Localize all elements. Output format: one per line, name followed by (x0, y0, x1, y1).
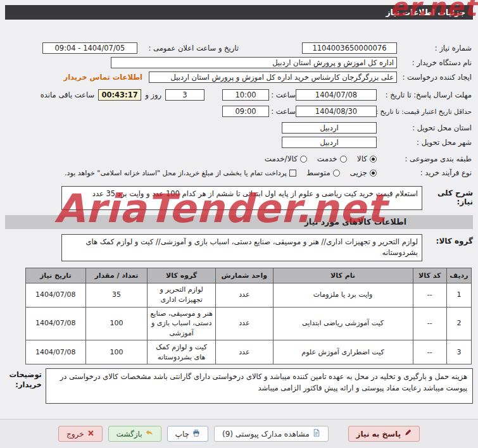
footer-toolbar: پاسخ به نیاز مشاهده مدارک پیوستی (9) چاپ… (0, 419, 478, 448)
respond-to-need-button[interactable]: پاسخ به نیاز (348, 426, 420, 442)
radio-medium-icon[interactable] (333, 170, 340, 177)
header-row-number: ردیف (446, 268, 471, 283)
cell-item-code: -- (413, 283, 446, 307)
row-subject-classification: طبقه بندی موضوعی : کالا خدمت کالا/خدمت (6, 154, 472, 163)
cell-unit: عدد (216, 283, 273, 307)
countdown-suffix: ساعت باقی مانده (37, 90, 98, 99)
header-quantity: تعداد / مقدار (85, 268, 148, 283)
exit-button-label: خروج (66, 430, 84, 439)
subject-classification-label: طبقه بندی موضوعی : (377, 154, 472, 163)
radio-minor-icon[interactable] (370, 170, 377, 177)
radio-goods-icon[interactable] (370, 156, 377, 163)
document-icon (313, 429, 320, 439)
cell-row-number: 1 (446, 283, 471, 307)
cell-item-group: هنر و موسیقی، صنایع دستی، اسباب بازی و آ… (148, 307, 216, 340)
header-need-date: تاریخ نیاز (26, 268, 86, 283)
buyer-notes-block: هزینه حمل و بارگیری و تخلیه در محل به عه… (5, 368, 473, 404)
goods-group-block: گروه کالا: لوازم التحریر و تجهیزات اداری… (5, 234, 473, 261)
remaining-days-value: 3 (165, 89, 204, 101)
row-response-deadline: مهلت ارسال پاسخ: تا تاریخ : 1404/07/08 س… (6, 89, 472, 101)
treasury-note: پرداخت تمام یا بخشی از مبلغ خرید،از محل … (65, 169, 287, 177)
buyer-contact-link[interactable]: اطلاعات تماس خریدار (64, 73, 142, 82)
cell-need-date: 1404/07/08 (26, 283, 86, 307)
cell-need-date: 1404/07/08 (26, 307, 86, 340)
cell-quantity: 100 (85, 307, 148, 340)
row-request-creator: ایجاد کننده درخواست : علی بزرگرگرجان کار… (6, 72, 472, 83)
cell-quantity: 35 (85, 283, 148, 307)
header-item-code: کد کالا (413, 268, 446, 283)
print-button[interactable]: چاپ (167, 426, 208, 442)
cell-item-name: کیت آموزشی ریاضی ابتدایی (273, 307, 413, 340)
row-delivery-province: استان محل تحویل : اردبیل (6, 122, 472, 134)
cell-row-number: 3 (446, 340, 471, 364)
table-row: 1 -- وایت برد یا ملزومات عدد لوازم التحر… (26, 283, 472, 307)
buyer-notes-text: هزینه حمل و بارگیری و تخلیه در محل به عه… (46, 368, 473, 404)
response-deadline-time: 10:00 (222, 89, 269, 101)
table-row: 2 -- کیت آموزشی ریاضی ابتدایی عدد هنر و … (26, 307, 472, 340)
header-item-name: نام کالا (273, 268, 413, 283)
goods-group-label: گروه کالا: (422, 234, 473, 246)
back-button-label: بازگشت (116, 430, 142, 439)
respond-button-label: پاسخ به نیاز (356, 430, 401, 439)
radio-option-goods-service[interactable]: کالا/خدمت (265, 154, 307, 163)
radio-goods-service-icon[interactable] (300, 156, 307, 163)
request-creator-value: علی بزرگرگرجان کارشناس خرید اداره کل امو… (149, 72, 397, 83)
delivery-province-value: اردبیل (282, 122, 377, 134)
cell-need-date: 1404/07/08 (26, 340, 86, 364)
cell-item-name: کیت اضطراری آموزش علوم (273, 340, 413, 364)
cell-row-number: 2 (446, 307, 471, 340)
validity-hour-label: ساعت : (269, 107, 296, 116)
buyer-org-value: اداره کل اموزش و پرورش استان اردبیل (111, 57, 397, 68)
buyer-notes-label: توضیحات خریدار: (5, 368, 42, 390)
row-need-number: شماره نیاز : 1104003650000076 تاریخ و سا… (6, 42, 472, 54)
buyer-org-label: نام دستگاه خریدار : (397, 58, 472, 67)
header-unit: واحد شمارش (216, 268, 273, 283)
back-button[interactable]: بازگشت (108, 426, 161, 442)
response-deadline-date: 1404/07/08 (296, 89, 377, 101)
delivery-city-value: اردبیل (282, 137, 377, 148)
page-title: جزئیات اطلاعات نیاز (5, 5, 473, 20)
row-price-validity: حداقل تاریخ اعتبار قیمت: تا تاریخ : 1404… (6, 106, 472, 117)
purchase-process-label: نوع فرآیند خرید : (377, 168, 472, 177)
radio-option-service[interactable]: خدمت (317, 154, 347, 163)
cell-item-name: وایت برد یا ملزومات (273, 283, 413, 307)
remaining-days-suffix: روز و (141, 90, 165, 99)
need-description-text: استعلام قیمت خرید کیت ریاضی و علوم از پا… (61, 186, 422, 210)
radio-goods-service-label: کالا/خدمت (265, 154, 298, 163)
response-deadline-label: مهلت ارسال پاسخ: تا تاریخ : (377, 90, 472, 99)
need-description-block: شرح کلی نیاز: استعلام قیمت خرید کیت ریاض… (5, 186, 473, 210)
delivery-province-label: استان محل تحویل : (377, 123, 472, 132)
radio-option-goods[interactable]: کالا (357, 154, 377, 163)
pencil-icon (404, 429, 412, 439)
header-item-group: گروه کالا (148, 268, 216, 283)
price-validity-time: 09:00 (222, 106, 269, 117)
deadline-hour-label: ساعت : (269, 90, 296, 99)
exit-button[interactable]: خروج (58, 426, 103, 442)
radio-option-minor[interactable]: جزیی (350, 168, 377, 177)
cell-item-code: -- (413, 340, 446, 364)
announce-datetime-label: تاریخ و ساعت اعلان عمومی : (137, 44, 239, 53)
radio-goods-label: کالا (357, 154, 367, 163)
back-arrow-icon (146, 429, 153, 439)
cell-quantity: 100 (85, 340, 148, 364)
need-details-form: شماره نیاز : 1104003650000076 تاریخ و سا… (0, 20, 478, 177)
radio-option-medium[interactable]: متوسط (306, 168, 340, 177)
announce-datetime-value: 1404/07/05 - 09:04 (42, 42, 137, 54)
radio-service-label: خدمت (317, 154, 337, 163)
printer-icon (192, 429, 200, 439)
radio-medium-label: متوسط (306, 168, 330, 177)
row-delivery-city: شهر محل تحویل : اردبیل (6, 137, 472, 148)
radio-service-icon[interactable] (340, 156, 347, 163)
treasury-payment-option[interactable]: پرداخت تمام یا بخشی از مبلغ خرید،از محل … (65, 169, 296, 177)
view-attached-docs-button[interactable]: مشاهده مدارک پیوستی (9) (214, 426, 329, 442)
cell-item-code: -- (413, 307, 446, 340)
countdown-timer: 00:43:17 (98, 89, 141, 101)
price-validity-label: حداقل تاریخ اعتبار قیمت: تا تاریخ : (377, 108, 472, 115)
treasury-checkbox-icon[interactable] (289, 170, 296, 177)
print-button-label: چاپ (175, 430, 189, 439)
need-number-value: 1104003650000076 (302, 42, 397, 54)
cell-item-group: لوازم التحریر و تجهیزات اداری (148, 283, 216, 307)
price-validity-date: 1404/08/30 (296, 106, 377, 117)
view-docs-button-label: مشاهده مدارک پیوستی (9) (222, 430, 310, 439)
row-buyer-org: نام دستگاه خریدار : اداره کل اموزش و پرو… (6, 57, 472, 68)
